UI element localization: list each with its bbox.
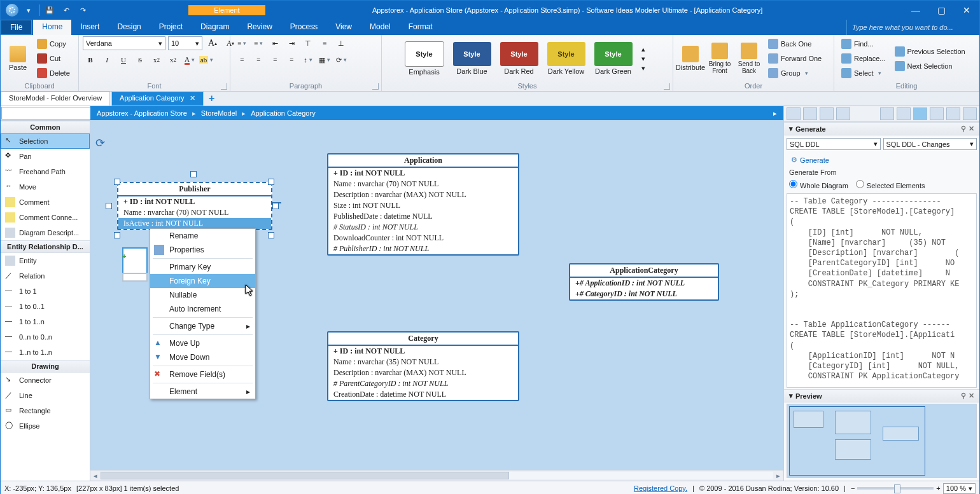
borders-button[interactable]: ▦ xyxy=(317,53,332,67)
entity-field-selected[interactable]: IsActive : int NOT NULL xyxy=(118,218,271,229)
context-tab[interactable]: Element xyxy=(188,5,265,15)
tab-diagram[interactable]: Diagram xyxy=(192,20,238,35)
entity-field[interactable]: Name : nvarchar (70) NOT NULL xyxy=(328,179,518,189)
font-size-select[interactable]: 10▾ xyxy=(168,36,202,50)
tool-connector[interactable]: ↘Connector xyxy=(1,373,90,388)
tab-home[interactable]: Home xyxy=(33,20,71,35)
style-darkblue[interactable]: StyleDark Blue xyxy=(453,42,491,75)
scroll-left-icon[interactable]: ◂ xyxy=(90,472,101,480)
resize-handle[interactable] xyxy=(114,179,120,185)
menu-properties[interactable]: Properties xyxy=(150,243,255,257)
rotate-button[interactable]: ⟳ xyxy=(333,53,349,67)
paste-button[interactable]: Paste xyxy=(4,39,31,78)
tab-review[interactable]: Review xyxy=(238,20,281,35)
entity-field[interactable]: # ParentCategoryID : int NOT NULL xyxy=(328,378,518,389)
font-family-select[interactable]: Verdana▾ xyxy=(83,36,165,50)
panel-icon[interactable] xyxy=(897,107,911,120)
maximize-button[interactable]: ▢ xyxy=(928,1,954,20)
tool-1to1n[interactable]: —1 to 1..n xyxy=(1,314,90,329)
zoom-select[interactable]: 100 %▾ xyxy=(943,483,976,494)
entity-field[interactable]: Description : nvarchar (MAX) NOT NULL xyxy=(328,367,518,378)
menu-rename[interactable]: Rename xyxy=(150,229,255,243)
doctab-storemodel[interactable]: StoreModel - Folder Overview xyxy=(1,92,110,106)
paragraph-dialog-launcher[interactable] xyxy=(372,83,379,90)
zoom-slider[interactable] xyxy=(857,487,934,490)
generate-mode-select[interactable]: SQL DDL - Changes▾ xyxy=(883,138,977,150)
refresh-icon[interactable]: ⟳ xyxy=(95,136,105,150)
entity-field[interactable]: PublishedDate : datetime NULL xyxy=(328,211,518,222)
styles-dialog-launcher[interactable] xyxy=(664,83,670,90)
subscript-button[interactable]: x2 xyxy=(149,53,164,67)
underline-button[interactable]: U xyxy=(116,53,131,67)
entity-field[interactable]: # StatusID : int NOT NULL xyxy=(328,222,518,233)
toolbox-header-drawing[interactable]: Drawing xyxy=(1,360,90,373)
entity-field[interactable]: +# ApplicationID : int NOT NULL xyxy=(570,278,718,289)
line-spacing-button[interactable]: ↕ xyxy=(300,53,316,67)
align-center-button[interactable]: ≡ xyxy=(251,53,266,67)
entity-application[interactable]: Application + ID : int NOT NULL Name : n… xyxy=(327,153,519,256)
copy-button[interactable]: Copy xyxy=(34,37,73,51)
align-top-button[interactable]: ⊤ xyxy=(300,36,316,50)
tab-design[interactable]: Design xyxy=(108,20,150,35)
tab-insert[interactable]: Insert xyxy=(71,20,108,35)
bring-front-button[interactable]: Bring to Front xyxy=(706,39,733,78)
close-icon[interactable]: ✕ xyxy=(969,125,974,133)
indent-button[interactable]: ⇥ xyxy=(284,36,299,50)
resize-handle[interactable] xyxy=(272,203,279,209)
entity-field[interactable]: +# CategoryID : int NOT NULL xyxy=(570,289,718,299)
entity-field[interactable]: CreationDate : datetime NOT NULL xyxy=(328,389,518,400)
registered-link[interactable]: Registered Copy. xyxy=(634,484,687,492)
entity-category[interactable]: Category + ID : int NOT NULL Name : nvar… xyxy=(327,331,519,401)
group-button[interactable]: Group xyxy=(765,66,825,80)
entity-field[interactable]: # PublisherID : int NOT NULL xyxy=(328,244,518,254)
style-emphasis[interactable]: StyleEmphasis xyxy=(405,41,444,76)
superscript-button[interactable]: x2 xyxy=(165,53,181,67)
send-back-button[interactable]: Send to Back xyxy=(736,39,762,78)
bold-button[interactable]: B xyxy=(83,53,98,67)
breadcrumb-item[interactable]: StoreModel xyxy=(201,109,237,117)
tool-diagram-desc[interactable]: Diagram Descript... xyxy=(1,225,90,240)
tab-model[interactable]: Model xyxy=(361,20,400,35)
toolbox-search-input[interactable] xyxy=(1,107,95,120)
tool-ellipse[interactable]: ◯Ellipse xyxy=(1,418,90,434)
italic-button[interactable]: I xyxy=(99,53,115,67)
toolbox-header-common[interactable]: Common xyxy=(1,121,90,134)
menu-change-type[interactable]: Change Type xyxy=(150,319,255,333)
close-button[interactable]: ✕ xyxy=(954,1,979,20)
sql-output[interactable]: -- Table Category --------------- CREATE… xyxy=(787,193,977,388)
tab-view[interactable]: View xyxy=(326,20,361,35)
styles-up-icon[interactable]: ▴ xyxy=(641,45,650,53)
cut-button[interactable]: Cut xyxy=(34,51,73,65)
align-left-button[interactable]: ≡ xyxy=(234,53,249,67)
tool-1to1[interactable]: —1 to 1 xyxy=(1,284,90,299)
panel-icon-active[interactable] xyxy=(913,107,927,120)
menu-foreign-key[interactable]: Foreign Key xyxy=(150,274,255,288)
panel-icon[interactable] xyxy=(820,107,834,120)
breadcrumb-nav-icon[interactable]: ▸ xyxy=(773,109,777,118)
entity-publisher[interactable]: Publisher + ID : int NOT NULL Name : nva… xyxy=(117,182,272,230)
menu-primary-key[interactable]: Primary Key xyxy=(150,260,255,274)
tool-pan[interactable]: ✥Pan xyxy=(1,149,90,164)
resize-handle[interactable] xyxy=(268,179,274,185)
font-color-button[interactable]: A xyxy=(182,53,197,67)
menu-move-up[interactable]: ▲Move Up xyxy=(150,336,255,350)
menu-element[interactable]: Element xyxy=(150,385,255,399)
zoom-out-button[interactable]: − xyxy=(851,484,855,492)
pin-icon[interactable]: ⚲ xyxy=(961,125,966,133)
bullets-button[interactable]: ≡ xyxy=(234,36,249,50)
resize-handle[interactable] xyxy=(114,232,120,238)
tool-comment[interactable]: Comment xyxy=(1,195,90,210)
strike-button[interactable]: S xyxy=(132,53,148,67)
prev-selection-button[interactable]: Previous Selection xyxy=(892,45,969,58)
menu-move-down[interactable]: ▼Move Down xyxy=(150,350,255,364)
tab-format[interactable]: Format xyxy=(400,20,442,35)
close-icon[interactable]: ✕ xyxy=(969,392,974,400)
replace-button[interactable]: Replace... xyxy=(838,51,889,65)
zoom-in-button[interactable]: + xyxy=(936,484,940,492)
preview-canvas[interactable] xyxy=(787,404,977,478)
find-button[interactable]: Find... xyxy=(838,37,889,51)
align-right-button[interactable]: ≡ xyxy=(267,53,283,67)
pin-icon[interactable]: ⚲ xyxy=(961,392,966,400)
panel-icon[interactable] xyxy=(963,107,977,120)
breadcrumb-item[interactable]: Appstorex - Application Store xyxy=(97,109,187,117)
